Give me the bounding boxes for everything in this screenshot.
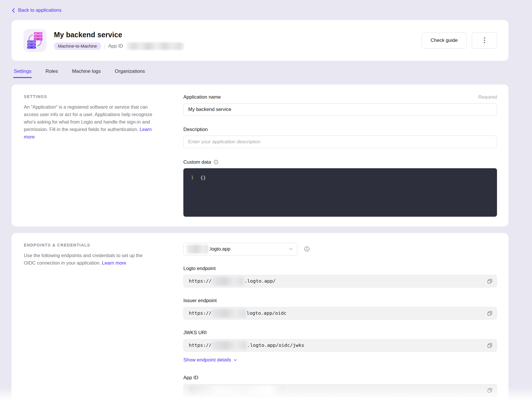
settings-section-heading: SETTINGS <box>24 94 154 99</box>
back-link-label: Back to applications <box>18 7 61 13</box>
application-meta-row: Machine-to-Machine App ID <box>54 42 422 50</box>
description-label: Description <box>183 127 208 132</box>
required-tag: Required <box>478 95 497 100</box>
custom-data-label: Custom data <box>183 159 211 165</box>
endpoints-section-intro: ENDPOINTS & CREDENTIALS Use the followin… <box>24 243 154 397</box>
redacted-endpoint-segment <box>212 309 246 318</box>
back-to-applications-link[interactable]: Back to applications <box>11 7 61 13</box>
logto-endpoint-field: https://.logto.app/ <box>183 275 497 287</box>
info-icon[interactable] <box>213 160 218 165</box>
endpoints-form: .logto.app Logto endpoint <box>183 243 497 397</box>
copy-logto-endpoint-button[interactable] <box>486 277 494 285</box>
copy-icon <box>487 279 492 284</box>
copy-icon <box>487 311 492 316</box>
application-name-input[interactable] <box>183 103 497 116</box>
logto-endpoint-label: Logto endpoint <box>183 266 497 271</box>
endpoints-section-card: ENDPOINTS & CREDENTIALS Use the followin… <box>11 233 508 403</box>
endpoint-suffix: .logto.app/oidc/jwks <box>247 343 304 348</box>
description-input[interactable] <box>183 136 497 148</box>
chevron-down-icon <box>288 247 293 251</box>
application-type-badge: Machine-to-Machine <box>54 42 101 50</box>
info-icon[interactable] <box>304 246 310 252</box>
more-actions-button[interactable] <box>472 32 497 49</box>
endpoint-suffix: .logto.app/ <box>244 278 275 284</box>
jwks-uri-field: https://.logto.app/oidc/jwks <box>183 339 497 352</box>
application-header-info: My backend service Machine-to-Machine Ap… <box>54 31 422 50</box>
redacted-endpoint-segment <box>212 341 246 350</box>
endpoint-prefix: https:// <box>189 343 211 348</box>
copy-icon <box>487 343 492 348</box>
redacted-app-id-value <box>127 42 184 50</box>
settings-description-text: An "Application" is a registered softwar… <box>24 104 152 132</box>
kebab-menu-icon <box>484 37 485 43</box>
editor-line-content: {} <box>200 174 206 181</box>
settings-section-intro: SETTINGS An "Application" is a registere… <box>24 94 154 217</box>
chevron-left-icon <box>11 8 15 13</box>
show-details-label: Show endpoint details <box>183 357 231 363</box>
endpoint-suffix: logto.app/oidc <box>246 310 286 316</box>
endpoints-learn-more-link[interactable]: Learn more <box>102 260 126 265</box>
copy-icon <box>487 388 492 393</box>
redacted-endpoint-segment <box>212 277 244 285</box>
application-header-card: My backend service Machine-to-Machine Ap… <box>11 20 508 61</box>
copy-issuer-endpoint-button[interactable] <box>486 309 494 317</box>
endpoints-section-description: Use the following endpoints and credenti… <box>24 252 154 267</box>
app-id-label: App ID <box>108 43 123 49</box>
endpoint-prefix: https:// <box>189 278 211 284</box>
endpoints-section-heading: ENDPOINTS & CREDENTIALS <box>24 243 154 247</box>
issuer-endpoint-label: Issuer endpoint <box>183 298 497 304</box>
meta-divider <box>104 43 105 49</box>
redacted-app-id-value <box>189 386 284 395</box>
endpoint-prefix: https:// <box>189 310 211 316</box>
settings-section-description: An "Application" is a registered softwar… <box>24 103 154 140</box>
copy-app-id-button[interactable] <box>486 386 494 394</box>
app-id-field-label: App ID <box>183 375 497 381</box>
show-endpoint-details-link[interactable]: Show endpoint details <box>183 357 237 363</box>
custom-data-editor[interactable]: 1 {} <box>183 168 497 217</box>
redacted-domain-prefix <box>187 245 208 253</box>
editor-line-number: 1 <box>191 174 194 181</box>
application-title: My backend service <box>54 31 422 39</box>
machine-to-machine-app-icon <box>24 29 46 52</box>
tab-machine-logs[interactable]: Machine logs <box>72 69 101 78</box>
application-details-page: Back to applications <box>0 0 532 403</box>
tab-settings[interactable]: Settings <box>14 69 31 78</box>
editor-line: 1 {} <box>191 174 497 181</box>
application-name-label: Application name <box>183 94 221 100</box>
chevron-down-icon <box>233 358 237 362</box>
check-guide-button[interactable]: Check guide <box>422 32 467 49</box>
settings-form: Application name Required Description Cu… <box>183 94 497 217</box>
header-actions: Check guide <box>422 32 497 49</box>
issuer-endpoint-field: https://logto.app/oidc <box>183 307 497 320</box>
domain-select[interactable]: .logto.app <box>183 243 298 255</box>
application-tabs: Settings Roles Machine logs Organization… <box>11 69 508 78</box>
copy-jwks-uri-button[interactable] <box>486 341 494 349</box>
app-id-field <box>183 384 497 397</box>
domain-select-value: .logto.app <box>209 246 288 252</box>
tab-organizations[interactable]: Organizations <box>115 69 145 78</box>
jwks-uri-label: JWKS URI <box>183 330 497 336</box>
tab-roles[interactable]: Roles <box>45 69 58 78</box>
settings-section-card: SETTINGS An "Application" is a registere… <box>11 85 508 226</box>
